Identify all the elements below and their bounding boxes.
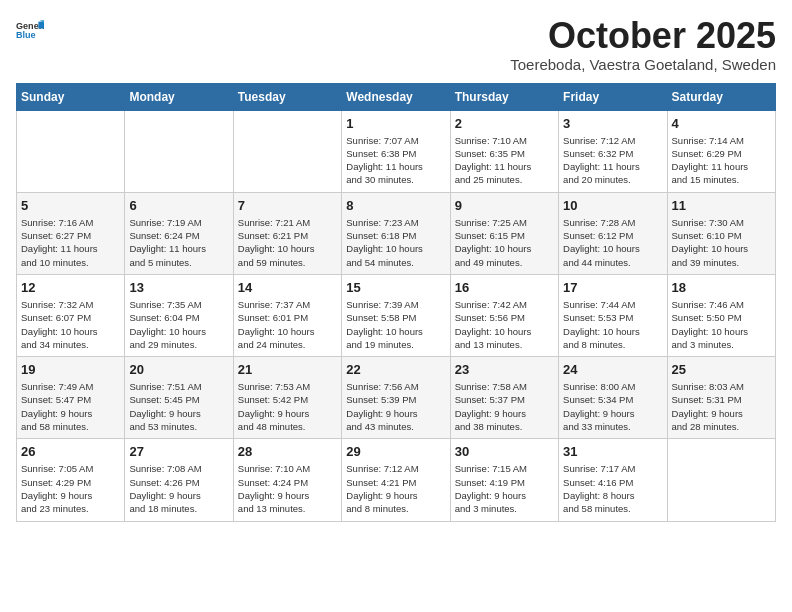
day-info: Sunrise: 7:42 AM Sunset: 5:56 PM Dayligh… — [455, 298, 554, 351]
day-info: Sunrise: 7:49 AM Sunset: 5:47 PM Dayligh… — [21, 380, 120, 433]
calendar-cell: 20Sunrise: 7:51 AM Sunset: 5:45 PM Dayli… — [125, 357, 233, 439]
day-info: Sunrise: 7:08 AM Sunset: 4:26 PM Dayligh… — [129, 462, 228, 515]
calendar-cell: 26Sunrise: 7:05 AM Sunset: 4:29 PM Dayli… — [17, 439, 125, 521]
calendar-cell: 25Sunrise: 8:03 AM Sunset: 5:31 PM Dayli… — [667, 357, 775, 439]
day-info: Sunrise: 7:16 AM Sunset: 6:27 PM Dayligh… — [21, 216, 120, 269]
day-number: 23 — [455, 362, 554, 377]
day-number: 8 — [346, 198, 445, 213]
calendar-cell: 14Sunrise: 7:37 AM Sunset: 6:01 PM Dayli… — [233, 274, 341, 356]
day-info: Sunrise: 7:39 AM Sunset: 5:58 PM Dayligh… — [346, 298, 445, 351]
calendar-cell: 5Sunrise: 7:16 AM Sunset: 6:27 PM Daylig… — [17, 192, 125, 274]
logo: General Blue — [16, 16, 44, 44]
location-title: Toereboda, Vaestra Goetaland, Sweden — [510, 56, 776, 73]
calendar-week-row: 12Sunrise: 7:32 AM Sunset: 6:07 PM Dayli… — [17, 274, 776, 356]
weekday-header-tuesday: Tuesday — [233, 83, 341, 110]
day-info: Sunrise: 7:46 AM Sunset: 5:50 PM Dayligh… — [672, 298, 771, 351]
calendar-cell: 31Sunrise: 7:17 AM Sunset: 4:16 PM Dayli… — [559, 439, 667, 521]
day-info: Sunrise: 7:10 AM Sunset: 4:24 PM Dayligh… — [238, 462, 337, 515]
calendar-cell: 13Sunrise: 7:35 AM Sunset: 6:04 PM Dayli… — [125, 274, 233, 356]
day-info: Sunrise: 7:19 AM Sunset: 6:24 PM Dayligh… — [129, 216, 228, 269]
calendar-week-row: 19Sunrise: 7:49 AM Sunset: 5:47 PM Dayli… — [17, 357, 776, 439]
calendar-cell: 4Sunrise: 7:14 AM Sunset: 6:29 PM Daylig… — [667, 110, 775, 192]
weekday-header-monday: Monday — [125, 83, 233, 110]
calendar-cell: 23Sunrise: 7:58 AM Sunset: 5:37 PM Dayli… — [450, 357, 558, 439]
weekday-header-row: SundayMondayTuesdayWednesdayThursdayFrid… — [17, 83, 776, 110]
day-info: Sunrise: 7:51 AM Sunset: 5:45 PM Dayligh… — [129, 380, 228, 433]
day-number: 29 — [346, 444, 445, 459]
day-info: Sunrise: 7:30 AM Sunset: 6:10 PM Dayligh… — [672, 216, 771, 269]
calendar-cell: 22Sunrise: 7:56 AM Sunset: 5:39 PM Dayli… — [342, 357, 450, 439]
weekday-header-wednesday: Wednesday — [342, 83, 450, 110]
day-number: 5 — [21, 198, 120, 213]
calendar-cell: 2Sunrise: 7:10 AM Sunset: 6:35 PM Daylig… — [450, 110, 558, 192]
day-number: 3 — [563, 116, 662, 131]
day-info: Sunrise: 7:17 AM Sunset: 4:16 PM Dayligh… — [563, 462, 662, 515]
day-number: 27 — [129, 444, 228, 459]
calendar-cell: 27Sunrise: 7:08 AM Sunset: 4:26 PM Dayli… — [125, 439, 233, 521]
weekday-header-thursday: Thursday — [450, 83, 558, 110]
day-number: 18 — [672, 280, 771, 295]
day-info: Sunrise: 7:12 AM Sunset: 4:21 PM Dayligh… — [346, 462, 445, 515]
calendar-cell: 3Sunrise: 7:12 AM Sunset: 6:32 PM Daylig… — [559, 110, 667, 192]
calendar-cell: 12Sunrise: 7:32 AM Sunset: 6:07 PM Dayli… — [17, 274, 125, 356]
calendar-week-row: 5Sunrise: 7:16 AM Sunset: 6:27 PM Daylig… — [17, 192, 776, 274]
calendar-table: SundayMondayTuesdayWednesdayThursdayFrid… — [16, 83, 776, 522]
day-number: 15 — [346, 280, 445, 295]
day-number: 31 — [563, 444, 662, 459]
svg-marker-2 — [38, 22, 44, 29]
day-info: Sunrise: 7:32 AM Sunset: 6:07 PM Dayligh… — [21, 298, 120, 351]
day-number: 19 — [21, 362, 120, 377]
day-number: 1 — [346, 116, 445, 131]
day-info: Sunrise: 7:25 AM Sunset: 6:15 PM Dayligh… — [455, 216, 554, 269]
weekday-header-sunday: Sunday — [17, 83, 125, 110]
calendar-cell: 15Sunrise: 7:39 AM Sunset: 5:58 PM Dayli… — [342, 274, 450, 356]
day-number: 11 — [672, 198, 771, 213]
day-number: 12 — [21, 280, 120, 295]
day-info: Sunrise: 7:10 AM Sunset: 6:35 PM Dayligh… — [455, 134, 554, 187]
calendar-cell: 30Sunrise: 7:15 AM Sunset: 4:19 PM Dayli… — [450, 439, 558, 521]
day-number: 25 — [672, 362, 771, 377]
day-info: Sunrise: 7:14 AM Sunset: 6:29 PM Dayligh… — [672, 134, 771, 187]
day-number: 26 — [21, 444, 120, 459]
day-info: Sunrise: 7:23 AM Sunset: 6:18 PM Dayligh… — [346, 216, 445, 269]
day-info: Sunrise: 8:00 AM Sunset: 5:34 PM Dayligh… — [563, 380, 662, 433]
day-number: 21 — [238, 362, 337, 377]
calendar-cell: 21Sunrise: 7:53 AM Sunset: 5:42 PM Dayli… — [233, 357, 341, 439]
calendar-cell: 6Sunrise: 7:19 AM Sunset: 6:24 PM Daylig… — [125, 192, 233, 274]
calendar-cell: 29Sunrise: 7:12 AM Sunset: 4:21 PM Dayli… — [342, 439, 450, 521]
day-info: Sunrise: 7:53 AM Sunset: 5:42 PM Dayligh… — [238, 380, 337, 433]
title-area: October 2025 Toereboda, Vaestra Goetalan… — [510, 16, 776, 73]
calendar-week-row: 26Sunrise: 7:05 AM Sunset: 4:29 PM Dayli… — [17, 439, 776, 521]
day-number: 10 — [563, 198, 662, 213]
day-number: 2 — [455, 116, 554, 131]
day-number: 30 — [455, 444, 554, 459]
day-info: Sunrise: 7:21 AM Sunset: 6:21 PM Dayligh… — [238, 216, 337, 269]
calendar-cell: 7Sunrise: 7:21 AM Sunset: 6:21 PM Daylig… — [233, 192, 341, 274]
month-title: October 2025 — [510, 16, 776, 56]
day-number: 9 — [455, 198, 554, 213]
day-number: 24 — [563, 362, 662, 377]
day-info: Sunrise: 7:58 AM Sunset: 5:37 PM Dayligh… — [455, 380, 554, 433]
day-info: Sunrise: 7:05 AM Sunset: 4:29 PM Dayligh… — [21, 462, 120, 515]
svg-text:Blue: Blue — [16, 30, 36, 40]
day-info: Sunrise: 7:56 AM Sunset: 5:39 PM Dayligh… — [346, 380, 445, 433]
weekday-header-saturday: Saturday — [667, 83, 775, 110]
calendar-week-row: 1Sunrise: 7:07 AM Sunset: 6:38 PM Daylig… — [17, 110, 776, 192]
day-info: Sunrise: 7:35 AM Sunset: 6:04 PM Dayligh… — [129, 298, 228, 351]
calendar-cell: 9Sunrise: 7:25 AM Sunset: 6:15 PM Daylig… — [450, 192, 558, 274]
day-info: Sunrise: 8:03 AM Sunset: 5:31 PM Dayligh… — [672, 380, 771, 433]
calendar-cell: 10Sunrise: 7:28 AM Sunset: 6:12 PM Dayli… — [559, 192, 667, 274]
calendar-cell: 17Sunrise: 7:44 AM Sunset: 5:53 PM Dayli… — [559, 274, 667, 356]
calendar-cell — [233, 110, 341, 192]
day-info: Sunrise: 7:15 AM Sunset: 4:19 PM Dayligh… — [455, 462, 554, 515]
calendar-cell: 1Sunrise: 7:07 AM Sunset: 6:38 PM Daylig… — [342, 110, 450, 192]
calendar-cell — [667, 439, 775, 521]
calendar-cell: 8Sunrise: 7:23 AM Sunset: 6:18 PM Daylig… — [342, 192, 450, 274]
day-number: 22 — [346, 362, 445, 377]
day-number: 20 — [129, 362, 228, 377]
calendar-cell — [125, 110, 233, 192]
calendar-cell: 19Sunrise: 7:49 AM Sunset: 5:47 PM Dayli… — [17, 357, 125, 439]
calendar-cell: 28Sunrise: 7:10 AM Sunset: 4:24 PM Dayli… — [233, 439, 341, 521]
day-number: 16 — [455, 280, 554, 295]
weekday-header-friday: Friday — [559, 83, 667, 110]
